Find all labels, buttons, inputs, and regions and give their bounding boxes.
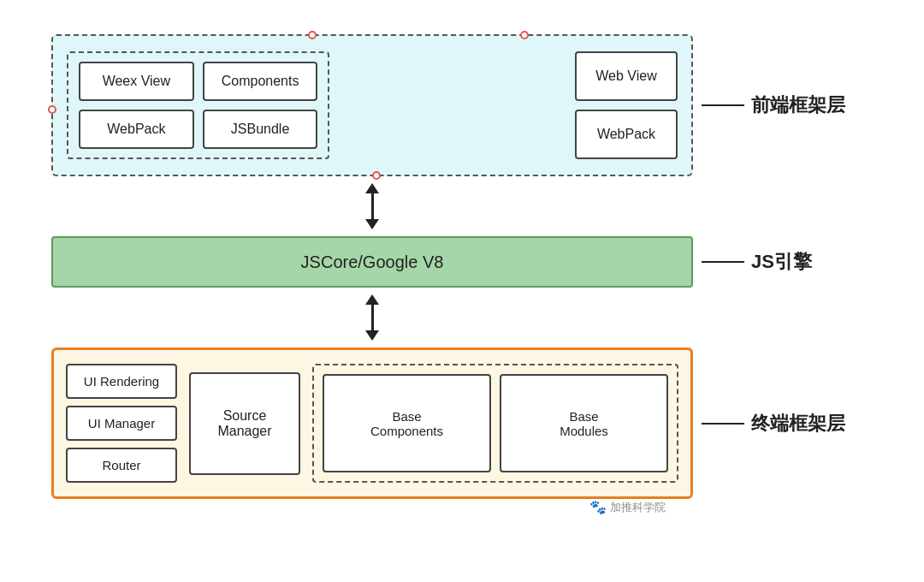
dot-decoration xyxy=(520,31,529,39)
web-view-box: Web View xyxy=(575,51,678,101)
frontend-row: Weex View Components WebPack JSBundle We… xyxy=(51,34,873,176)
terminal-label: 终端框架层 xyxy=(702,411,845,436)
dot-decoration xyxy=(48,105,56,114)
router-box: Router xyxy=(66,448,177,483)
ui-manager-box: UI Manager xyxy=(66,406,177,441)
dot-decoration xyxy=(308,31,317,39)
source-manager-text: SourceManager xyxy=(217,408,271,439)
jscore-layer: JSCore/Google V8 xyxy=(51,236,693,288)
arrow-row-2 xyxy=(51,288,693,347)
terminal-middle: SourceManager xyxy=(189,364,300,483)
webpack-box-left: WebPack xyxy=(79,110,194,149)
label-line xyxy=(702,104,744,106)
terminal-right-group: BaseComponents BaseModules xyxy=(312,364,678,483)
frontend-label: 前端框架层 xyxy=(702,92,845,118)
label-line-2 xyxy=(702,261,744,263)
watermark-icon: 🐾 xyxy=(589,499,607,515)
terminal-inner: UI Rendering UI Manager Router SourceMan… xyxy=(66,364,678,483)
watermark: 🐾 加推科学院 xyxy=(589,499,666,515)
frontend-left-group: Weex View Components WebPack JSBundle xyxy=(67,51,329,159)
arrow-row-1 xyxy=(51,176,693,236)
dot-decoration xyxy=(372,171,381,180)
base-components-box: BaseComponents xyxy=(323,374,491,472)
base-modules-box: BaseModules xyxy=(500,374,668,472)
jsbundle-box: JSBundle xyxy=(203,110,318,149)
arrow-down-2 xyxy=(365,330,379,341)
weex-view-box: Weex View xyxy=(79,62,194,101)
source-manager-box: SourceManager xyxy=(189,372,300,475)
jscore-label: JS引擎 xyxy=(702,249,812,275)
webpack-box-right: WebPack xyxy=(575,110,678,159)
diagram-container: Weex View Components WebPack JSBundle We… xyxy=(51,17,873,565)
arrow-up-2 xyxy=(365,294,379,305)
components-box: Components xyxy=(203,62,318,101)
frontend-right-group: Web View WebPack xyxy=(575,51,678,159)
terminal-left-stack: UI Rendering UI Manager Router xyxy=(66,364,177,483)
arrow-down-1 xyxy=(365,219,379,229)
ui-rendering-box: UI Rendering xyxy=(66,364,177,399)
frontend-inner: Weex View Components WebPack JSBundle We… xyxy=(67,51,678,159)
bi-arrow-1 xyxy=(365,183,379,229)
bi-arrow-2 xyxy=(365,294,379,341)
terminal-row: UI Rendering UI Manager Router SourceMan… xyxy=(51,347,873,499)
watermark-text: 加推科学院 xyxy=(610,500,666,515)
arrow-shaft-2 xyxy=(371,305,374,330)
label-line-3 xyxy=(702,423,744,425)
frontend-layer: Weex View Components WebPack JSBundle We… xyxy=(51,34,693,176)
jscore-row: JSCore/Google V8 JS引擎 xyxy=(51,236,873,288)
terminal-layer: UI Rendering UI Manager Router SourceMan… xyxy=(51,347,693,499)
arrow-up-1 xyxy=(365,183,379,193)
arrow-shaft-1 xyxy=(371,193,374,219)
jscore-text: JSCore/Google V8 xyxy=(301,252,444,272)
